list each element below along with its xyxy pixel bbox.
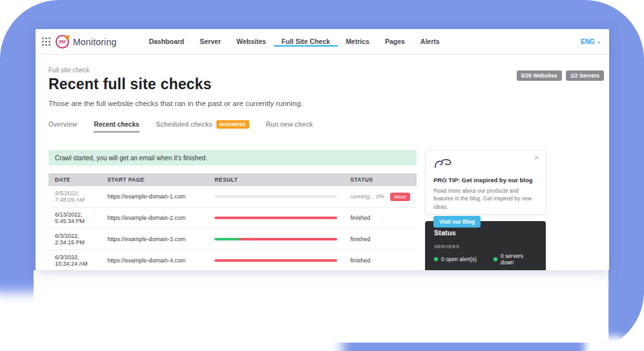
websites-quota-badge[interactable]: 5/25 Websites xyxy=(517,70,562,81)
nav-item-metrics[interactable]: Metrics xyxy=(338,37,377,47)
language-selector[interactable]: ENG ▾ xyxy=(581,38,600,45)
check-result xyxy=(208,250,344,271)
servers-quota-badge[interactable]: 1/2 Servers xyxy=(566,70,604,81)
logo-360-text: 360 xyxy=(59,39,66,44)
check-status: finished xyxy=(344,207,417,229)
pro-tip-body: Read more about our products and feature… xyxy=(433,187,537,211)
side-column: ✕ PRO TIP: Get inspired by our blog Read… xyxy=(425,150,546,270)
checks-column: Crawl started, you will get an email whe… xyxy=(48,150,417,270)
servers-open-alerts: 0 open alert(s) xyxy=(434,253,493,266)
servers-down: 0 servers down xyxy=(493,253,537,266)
progress-bar xyxy=(214,238,337,240)
table-row[interactable]: 6/3/2022, 2:34:15 PM https://example-dom… xyxy=(48,229,417,250)
pro-tip-card: ✕ PRO TIP: Get inspired by our blog Read… xyxy=(425,150,546,215)
table-header-row: DATE START PAGE RESULT STATUS xyxy=(48,173,417,186)
green-status-dot-icon xyxy=(493,257,497,261)
brand-name: Monitoring xyxy=(73,37,116,47)
tab-run-new-check[interactable]: Run new check xyxy=(266,121,313,133)
check-date: 6/13/2022, 5:45:34 PM xyxy=(48,207,101,229)
check-result xyxy=(208,186,344,207)
tab-bar: Overview Recent checks Scheduled checks … xyxy=(48,120,596,133)
status-row-servers: 0 open alert(s) 0 servers down xyxy=(434,253,537,266)
success-banner: Crawl started, you will get an email whe… xyxy=(48,150,417,165)
pro-tip-title: PRO TIP: Get inspired by our blog xyxy=(433,176,537,184)
col-header-date: DATE xyxy=(48,173,101,186)
check-start-page: https://example-domain-3.com xyxy=(101,229,208,250)
page-content: 5/25 Websites 1/2 Servers Full site chec… xyxy=(36,67,609,270)
check-date: 6/3/2022, 10:34:24 AM xyxy=(48,250,101,271)
brand-logo[interactable]: 360 Monitoring xyxy=(56,35,116,48)
check-start-page: https://example-domain-2.com xyxy=(101,207,208,229)
breadcrumb: Full site check xyxy=(48,67,596,74)
table-row[interactable]: 6/13/2022, 5:45:34 PM https://example-do… xyxy=(48,207,417,229)
business-badge: BUSINESS xyxy=(216,120,249,129)
frame-fade xyxy=(585,336,623,351)
progress-bar xyxy=(214,259,337,262)
visit-blog-button[interactable]: Visit our Blog xyxy=(433,216,481,228)
status-section-servers: SERVERS xyxy=(434,244,537,250)
check-date: 9/5/2022, 7:48:09 AM xyxy=(48,186,101,207)
app-launcher-icon[interactable] xyxy=(42,37,50,46)
content-columns: Crawl started, you will get an email whe… xyxy=(48,150,596,270)
check-status: running... 0% Abort xyxy=(344,186,417,207)
servers-down-label: 0 servers down xyxy=(501,253,537,266)
check-status: finished xyxy=(344,229,417,250)
nav-right: ENG ▾ xyxy=(581,29,600,54)
servers-open-alerts-label: 0 open alert(s) xyxy=(441,256,477,262)
logo-360-icon: 360 xyxy=(56,35,69,48)
main-menu: Dashboard Server Websites Full Site Chec… xyxy=(141,37,447,47)
status-card: Status SERVERS 0 open alert(s) 0 servers… xyxy=(425,221,546,270)
tab-scheduled-checks[interactable]: Scheduled checks BUSINESS xyxy=(156,120,249,133)
chevron-down-icon: ▾ xyxy=(597,40,600,45)
nav-item-server[interactable]: Server xyxy=(192,37,229,47)
progress-bar xyxy=(214,217,337,219)
nav-item-alerts[interactable]: Alerts xyxy=(413,37,448,47)
progress-bar xyxy=(214,195,337,198)
close-icon[interactable]: ✕ xyxy=(534,154,539,162)
page-title: Recent full site checks xyxy=(48,76,596,93)
quota-badges: 5/25 Websites 1/2 Servers xyxy=(517,70,604,81)
green-status-dot-icon xyxy=(434,257,438,261)
doodle-blog-icon xyxy=(433,157,453,170)
tab-scheduled-checks-label: Scheduled checks xyxy=(156,121,213,128)
table-row[interactable]: 9/5/2022, 7:48:09 AM https://example-dom… xyxy=(48,186,417,207)
marketing-stage: 360 Monitoring Dashboard Server Websites… xyxy=(0,0,644,351)
abort-button[interactable]: Abort xyxy=(390,193,410,201)
status-text: running... 0% xyxy=(350,193,384,200)
col-header-result: RESULT xyxy=(208,173,344,186)
status-card-title: Status xyxy=(434,229,537,237)
check-start-page: https://example-domain-4.com xyxy=(101,250,208,271)
tab-recent-checks[interactable]: Recent checks xyxy=(94,121,139,133)
nav-item-dashboard[interactable]: Dashboard xyxy=(141,37,192,47)
nav-item-full-site-check[interactable]: Full Site Check xyxy=(274,37,338,47)
checks-table: DATE START PAGE RESULT STATUS 9/5/2022, … xyxy=(48,173,417,270)
app-window: 360 Monitoring Dashboard Server Websites… xyxy=(36,29,609,270)
col-header-start-page: START PAGE xyxy=(101,173,208,186)
tab-overview[interactable]: Overview xyxy=(48,121,77,133)
col-header-status: STATUS xyxy=(344,173,417,186)
nav-left: 360 Monitoring Dashboard Server Websites… xyxy=(41,29,448,54)
nav-item-websites[interactable]: Websites xyxy=(229,37,274,47)
table-row[interactable]: 6/3/2022, 10:34:24 AM https://example-do… xyxy=(48,250,417,271)
nav-item-pages[interactable]: Pages xyxy=(377,37,413,47)
check-date: 6/3/2022, 2:34:15 PM xyxy=(48,229,101,250)
language-label: ENG xyxy=(581,38,595,45)
check-result xyxy=(208,207,344,229)
frame-fade xyxy=(0,292,342,351)
check-start-page: https://example-domain-1.com xyxy=(101,186,208,207)
check-status: finished xyxy=(344,250,417,271)
check-result xyxy=(208,229,344,250)
top-navbar: 360 Monitoring Dashboard Server Websites… xyxy=(36,29,609,55)
page-description: Those are the full website checks that r… xyxy=(48,100,596,107)
